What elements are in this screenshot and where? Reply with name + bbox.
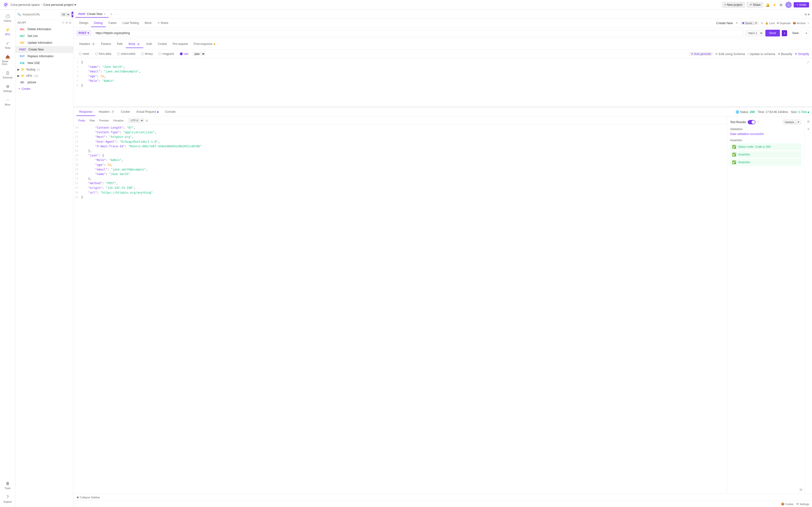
body-type-msgpack[interactable]: msgpack bbox=[156, 51, 176, 56]
param-tab-body[interactable]: Body 1 bbox=[126, 40, 143, 48]
api-item-put[interactable]: PUT Replace Information bbox=[15, 53, 73, 60]
api-item-md[interactable]: MD picture bbox=[15, 79, 73, 86]
update-schema-button[interactable]: ↑ Update to schema bbox=[747, 52, 775, 56]
more-options-icon[interactable]: ≡ bbox=[808, 22, 809, 24]
subnav-debug[interactable]: Debug bbox=[91, 19, 105, 27]
edit-schema-button[interactable]: ✏ Edit using Schema bbox=[715, 52, 745, 56]
settings-bottom-button[interactable]: ⚙ Settings bbox=[796, 502, 809, 506]
param-tab-auth[interactable]: Auth bbox=[143, 40, 155, 48]
folder-apis[interactable]: ▶ 📁 APIs (10) bbox=[15, 73, 73, 79]
sidebar-item-share-docs[interactable]: 📤 Share Docs bbox=[1, 52, 14, 67]
nav-next-icon[interactable]: ▶ bbox=[808, 12, 810, 16]
sidebar-item-history[interactable]: 🕐 History bbox=[1, 12, 14, 24]
search-input[interactable] bbox=[22, 13, 59, 16]
body-type-none[interactable]: none bbox=[77, 51, 92, 56]
body-type-form-data[interactable]: form-data bbox=[93, 51, 114, 56]
api-item-patch[interactable]: PAT Update Information bbox=[15, 39, 73, 46]
duplicate-button[interactable]: ⊕ Duplicate bbox=[777, 21, 791, 24]
refresh-icon[interactable]: ↻ bbox=[62, 21, 64, 24]
archive-button[interactable]: 📦 Archive bbox=[793, 21, 806, 24]
expand-test-panel-icon[interactable]: ⊞ bbox=[800, 488, 802, 492]
settings-action-icon[interactable]: ⚙ bbox=[735, 21, 738, 24]
breadcrumb-project[interactable]: Cora personal project ▾ bbox=[44, 3, 76, 6]
new-project-button[interactable]: + New project bbox=[722, 2, 745, 8]
resp-tab-console[interactable]: Console bbox=[162, 108, 179, 116]
param-tab-pre-request[interactable]: Pre-request bbox=[170, 40, 191, 48]
invite-button[interactable]: + Invite bbox=[794, 2, 809, 7]
subnav-share[interactable]: ↗ Share bbox=[154, 19, 171, 27]
resp-tab-actual-request[interactable]: Actual Request bbox=[134, 108, 162, 116]
sidebar-item-tests[interactable]: ✓ Tests bbox=[1, 39, 14, 51]
sidebar-item-more[interactable]: ··· More bbox=[1, 95, 14, 108]
param-tab-post-response[interactable]: Post-response bbox=[191, 40, 218, 48]
sidebar-item-trash[interactable]: 🗑 Trash bbox=[1, 479, 14, 492]
subnav-mock[interactable]: Mock bbox=[142, 19, 155, 27]
sidebar-item-schemas[interactable]: {} Schemas bbox=[1, 68, 14, 81]
beautify-button[interactable]: ✦ Beautify bbox=[778, 52, 793, 56]
resp-tab-response[interactable]: Response bbox=[77, 108, 95, 116]
layout-icon[interactable]: ⊞ bbox=[761, 21, 763, 24]
search-filter-select[interactable]: All bbox=[60, 12, 70, 17]
format-visualize[interactable]: Visualize bbox=[111, 118, 126, 123]
notifications-icon[interactable]: 🔔 bbox=[765, 2, 770, 7]
format-preview[interactable]: Preview bbox=[97, 118, 111, 123]
sidebar-item-settings[interactable]: ⚙ Settings bbox=[1, 82, 14, 95]
tab-create-new[interactable]: POST Create New ✕ bbox=[75, 11, 108, 18]
lock-button[interactable]: 🔒 Lock bbox=[765, 21, 775, 24]
format-pretty[interactable]: Pretty bbox=[77, 118, 87, 123]
sort-icon[interactable]: ⊞ bbox=[69, 21, 71, 24]
send-button[interactable]: Send bbox=[765, 30, 780, 37]
right-panel-icon-2[interactable]: ✦ bbox=[806, 126, 811, 132]
environment-selector[interactable]: Devel... ▾ bbox=[740, 21, 759, 25]
cookie-bottom-button[interactable]: 🍪 Cookie bbox=[781, 502, 794, 506]
simplify-button[interactable]: ✦ Simplify bbox=[795, 52, 809, 56]
code-editor[interactable]: 1 { 2 "name": "Jane Smith", 3 "email": "… bbox=[73, 58, 812, 107]
sidebar-item-apis[interactable]: ⚡ APIs bbox=[1, 25, 14, 38]
assertion-item-2[interactable]: ✅ Assertion bbox=[730, 151, 801, 158]
resp-tab-cookie[interactable]: Cookie bbox=[118, 108, 133, 116]
protocol-select[interactable]: http/1.1 bbox=[745, 30, 763, 37]
copy-response-icon[interactable]: ⊕ bbox=[146, 119, 148, 122]
nav-prev-icon[interactable]: ◀ bbox=[804, 12, 806, 16]
help-icon[interactable]: ? bbox=[757, 120, 759, 124]
api-item-sse[interactable]: SSE New SSE bbox=[15, 60, 73, 66]
subnav-design[interactable]: Design bbox=[77, 19, 91, 27]
right-panel-icon-1[interactable]: ⊕ bbox=[806, 119, 811, 124]
body-type-raw[interactable]: raw bbox=[177, 51, 191, 56]
save-button[interactable]: Save bbox=[789, 30, 802, 37]
param-tab-headers[interactable]: Headers 1 bbox=[77, 40, 98, 48]
method-select[interactable]: POST ▾ bbox=[77, 30, 91, 36]
tab-close-icon[interactable]: ✕ bbox=[104, 12, 106, 15]
assertion-item-3[interactable]: ✅ Assertion bbox=[730, 159, 801, 166]
validate-button[interactable]: Validate ... ▾ bbox=[782, 119, 801, 125]
auto-generate-button[interactable]: ↺ Auto-generate bbox=[689, 52, 713, 56]
test-results-toggle[interactable] bbox=[748, 120, 755, 124]
folder-testing[interactable]: ▶ 📁 Testing (2) bbox=[15, 66, 73, 73]
param-tab-path[interactable]: Path bbox=[114, 40, 126, 48]
body-type-binary[interactable]: binary bbox=[139, 51, 155, 56]
api-item-get[interactable]: GET Get List bbox=[15, 33, 73, 39]
resp-tab-headers[interactable]: Headers 7 bbox=[96, 108, 117, 116]
param-tab-params[interactable]: Params bbox=[98, 40, 114, 48]
add-api-button[interactable]: + bbox=[71, 12, 73, 17]
alerts-icon[interactable]: ⚡ bbox=[772, 2, 777, 7]
send-dropdown-button[interactable]: ▾ bbox=[782, 30, 787, 36]
tab-add-button[interactable]: + bbox=[109, 12, 113, 16]
subnav-cases[interactable]: Cases bbox=[106, 19, 120, 27]
url-input[interactable] bbox=[93, 30, 743, 37]
save-dropdown-button[interactable]: ▾ bbox=[804, 30, 809, 37]
grid-icon[interactable]: ⊞ bbox=[779, 2, 783, 7]
param-tab-cookie[interactable]: Cookie bbox=[155, 40, 170, 48]
encoding-select[interactable]: UTF-8 bbox=[128, 118, 144, 123]
api-item-post[interactable]: POST Create New bbox=[15, 46, 73, 53]
breadcrumb-space[interactable]: Cora personal space bbox=[11, 3, 40, 6]
expand-editor-button[interactable]: ⤢ bbox=[807, 60, 810, 64]
collapse-sidebar-button[interactable]: ◀ Collapse Sidebar bbox=[73, 494, 812, 501]
body-format-select[interactable]: json bbox=[192, 52, 205, 56]
settings-small-icon[interactable]: ⊕ bbox=[65, 21, 68, 24]
sidebar-item-support[interactable]: ? Support bbox=[1, 493, 14, 505]
body-type-urlencoded[interactable]: urlencoded bbox=[114, 51, 138, 56]
avatar[interactable]: C bbox=[785, 2, 792, 8]
api-item-delete[interactable]: DEL Delete Information bbox=[15, 26, 73, 33]
assertion-item-1[interactable]: ✅ Status code: Code is 200 bbox=[730, 144, 801, 150]
